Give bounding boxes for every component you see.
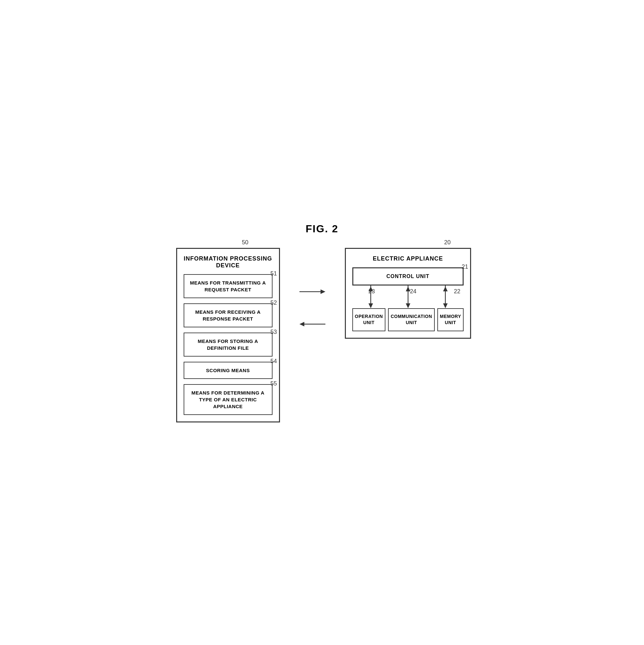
operation-unit-box: OPERATION UNIT — [352, 308, 386, 331]
svg-marker-6 — [368, 286, 373, 291]
left-box-label: INFORMATION PROCESSING DEVICE — [184, 255, 272, 269]
svg-marker-9 — [406, 286, 410, 291]
control-unit-box: CONTROL UNIT — [352, 267, 464, 285]
box-51: MEANS FOR TRANSMITTING A REQUEST PACKET — [184, 274, 272, 298]
right-box-label: ELECTRIC APPLIANCE — [352, 255, 464, 262]
ref-20: 20 — [444, 239, 451, 246]
svg-marker-11 — [443, 303, 447, 308]
bottom-boxes-row: OPERATION UNIT COMMUNICATION UNIT MEMORY… — [352, 308, 464, 331]
arrow-receive — [299, 319, 326, 329]
svg-marker-8 — [406, 303, 410, 308]
svg-marker-3 — [299, 322, 304, 327]
svg-marker-5 — [368, 303, 373, 308]
box-53: MEANS FOR STORING A DEFINITION FILE — [184, 333, 272, 357]
box-55: MEANS FOR DETERMINING A TYPE OF AN ELECT… — [184, 384, 272, 415]
ref-50: 50 — [242, 239, 248, 246]
right-outer-box: 20 ELECTRIC APPLIANCE 21 CONTROL UNIT 23… — [345, 248, 471, 339]
arrow-transmit — [299, 287, 326, 296]
box-54: SCORING MEANS — [184, 362, 272, 379]
left-outer-box: 50 INFORMATION PROCESSING DEVICE 51 MEAN… — [176, 248, 280, 422]
diagram-wrapper: FIG. 2 50 INFORMATION PROCESSING DEVICE … — [176, 223, 468, 422]
svg-marker-12 — [443, 286, 447, 291]
vertical-arrows-svg — [352, 285, 464, 308]
communication-unit-box: COMMUNICATION UNIT — [388, 308, 435, 331]
figure-title: FIG. 2 — [176, 223, 468, 235]
box-52: MEANS FOR RECEIVING A RESPONSE PACKET — [184, 303, 272, 328]
memory-unit-box: MEMORY UNIT — [437, 308, 464, 331]
svg-marker-1 — [320, 289, 326, 294]
diagram-area: 50 INFORMATION PROCESSING DEVICE 51 MEAN… — [176, 248, 468, 422]
